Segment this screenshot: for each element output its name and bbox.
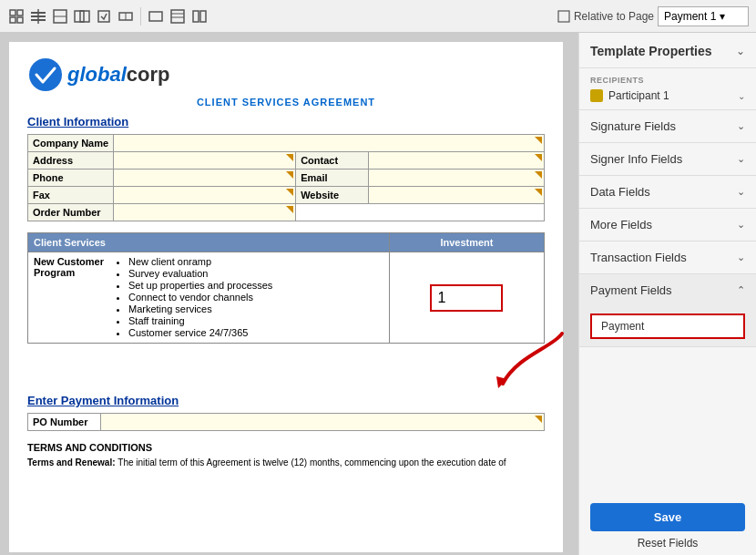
payment-fields-content: Payment — [579, 306, 756, 346]
po-label: PO Number — [28, 414, 101, 431]
payment-fields-section: Payment Fields ⌃ Payment — [579, 274, 756, 347]
panel-spacer — [579, 347, 756, 494]
more-fields-chevron-icon[interactable]: ⌄ — [737, 219, 745, 231]
table-row: Phone Email — [28, 170, 545, 187]
triangle-indicator — [286, 171, 293, 179]
toolbar-icon-5[interactable] — [95, 7, 113, 26]
list-item: Connect to vendor channels — [128, 292, 272, 303]
payment-field-button[interactable]: Payment — [590, 313, 745, 339]
signer-info-fields-header[interactable]: Signer Info Fields ⌄ — [579, 143, 756, 175]
panel-footer: Save Reset Fields — [579, 494, 756, 555]
company-name-label: Company Name — [28, 135, 114, 152]
order-number-input[interactable] — [114, 204, 296, 221]
email-input[interactable] — [369, 170, 545, 187]
toolbar-icon-4[interactable] — [73, 7, 91, 26]
payment-fields-chevron-icon[interactable]: ⌃ — [737, 284, 745, 296]
fax-input[interactable] — [114, 187, 296, 204]
doc-page: globalcorp CLIENT SERVICES AGREEMENT Cli… — [9, 42, 563, 552]
signature-fields-chevron-icon[interactable]: ⌄ — [737, 120, 745, 132]
table-row: Fax Website — [28, 187, 545, 204]
document-area[interactable]: globalcorp CLIENT SERVICES AGREEMENT Cli… — [0, 33, 578, 555]
order-number-label: Order Number — [28, 204, 114, 221]
svg-rect-15 — [149, 12, 162, 21]
signer-info-chevron-icon[interactable]: ⌄ — [737, 153, 745, 165]
phone-input[interactable] — [114, 170, 296, 187]
signer-info-fields-label: Signer Info Fields — [590, 152, 682, 166]
toolbar-icon-1[interactable] — [7, 7, 26, 26]
contact-label: Contact — [296, 152, 369, 170]
address-label: Address — [28, 152, 114, 170]
terms-heading: TERMS AND CONDITIONS — [27, 442, 545, 453]
logo-text: globalcorp — [67, 63, 169, 87]
more-fields-section: More Fields ⌄ — [579, 209, 756, 242]
svg-rect-20 — [200, 11, 206, 22]
data-fields-header[interactable]: Data Fields ⌄ — [579, 176, 756, 208]
contact-input[interactable] — [369, 152, 545, 170]
page-dropdown[interactable]: Payment 1 ▾ — [658, 6, 749, 26]
triangle-indicator — [535, 154, 542, 161]
doc-title: CLIENT SERVICES AGREEMENT — [27, 97, 545, 108]
payment-fields-label: Payment Fields — [590, 283, 672, 297]
reset-fields-button[interactable]: Reset Fields — [590, 537, 745, 550]
list-item: Set up properties and processes — [128, 280, 272, 291]
terms-bold: Terms and Renewal: — [27, 457, 117, 468]
website-label: Website — [296, 187, 369, 204]
signature-fields-section: Signature Fields ⌄ — [579, 110, 756, 143]
signature-fields-header[interactable]: Signature Fields ⌄ — [579, 110, 756, 142]
po-row: PO Number — [28, 414, 545, 431]
toolbar-icon-7[interactable] — [147, 7, 165, 26]
main-layout: globalcorp CLIENT SERVICES AGREEMENT Cli… — [0, 33, 756, 555]
dropdown-chevron-icon: ▾ — [720, 10, 725, 23]
more-fields-header[interactable]: More Fields ⌄ — [579, 209, 756, 241]
po-table: PO Number — [27, 413, 545, 431]
phone-label: Phone — [28, 170, 114, 187]
svg-rect-21 — [558, 11, 569, 22]
program-items-list: New client onramp Survey evaluation Set … — [116, 256, 272, 339]
page-dropdown-value: Payment 1 — [664, 10, 716, 23]
logo-area: globalcorp — [27, 57, 545, 93]
table-row: Company Name — [28, 135, 545, 152]
signer-info-fields-section: Signer Info Fields ⌄ — [579, 143, 756, 176]
website-input[interactable] — [369, 187, 545, 204]
triangle-indicator — [286, 206, 293, 213]
participant-chevron-icon[interactable]: ⌄ — [738, 91, 745, 101]
toolbar-icon-8[interactable] — [169, 7, 187, 26]
recipient-item[interactable]: Participant 1 ⌄ — [590, 89, 745, 102]
svg-rect-11 — [80, 11, 89, 22]
arrow-annotation — [489, 329, 571, 393]
po-input[interactable] — [101, 414, 545, 431]
data-fields-chevron-icon[interactable]: ⌄ — [737, 186, 745, 198]
list-item: Customer service 24/7/365 — [128, 327, 272, 338]
list-item: Marketing services — [128, 303, 272, 314]
transaction-fields-header[interactable]: Transaction Fields ⌄ — [579, 242, 756, 273]
transaction-fields-label: Transaction Fields — [590, 251, 687, 264]
toolbar-divider-1 — [140, 7, 141, 26]
toolbar-icon-2[interactable] — [29, 7, 47, 26]
address-input[interactable] — [114, 152, 296, 170]
recipients-label: RECIPIENTS — [590, 76, 745, 85]
investment-cell[interactable]: 1 — [389, 252, 544, 344]
participant-color-swatch — [590, 89, 603, 102]
panel-header: Template Properties ⌄ — [579, 33, 756, 68]
toolbar-relative-to-page: Relative to Page — [557, 10, 654, 23]
panel-chevron-icon[interactable]: ⌄ — [736, 45, 745, 57]
svg-rect-3 — [17, 17, 23, 23]
toolbar-icon-6[interactable] — [117, 7, 135, 26]
triangle-indicator — [535, 171, 542, 179]
payment-fields-header[interactable]: Payment Fields ⌃ — [579, 274, 756, 306]
more-fields-label: More Fields — [590, 218, 652, 231]
transaction-fields-chevron-icon[interactable]: ⌄ — [737, 252, 745, 263]
number-field-container: 1 — [395, 284, 538, 312]
signature-fields-label: Signature Fields — [590, 119, 676, 133]
relative-label: Relative to Page — [574, 10, 654, 23]
number-field[interactable]: 1 — [430, 284, 503, 312]
page-icon — [557, 10, 570, 23]
toolbar-icon-9[interactable] — [190, 7, 209, 26]
services-content: New Customer Program New client onramp S… — [28, 252, 390, 344]
triangle-indicator — [535, 416, 542, 423]
save-button[interactable]: Save — [590, 503, 745, 531]
table-row: Address Contact — [28, 152, 545, 170]
toolbar-icon-3[interactable] — [51, 7, 69, 26]
company-name-input[interactable] — [114, 135, 545, 152]
triangle-indicator — [286, 154, 293, 161]
